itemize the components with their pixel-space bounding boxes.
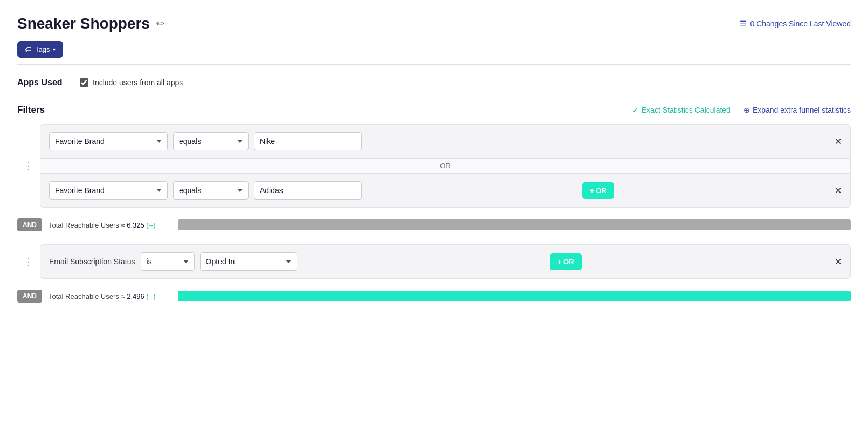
opted-in-select[interactable]: Opted In <box>200 252 297 271</box>
section-divider <box>17 64 851 65</box>
and-connector-1: AND Total Reachable Users ≈ 6,325 (--) <box>17 208 851 242</box>
filters-title: Filters <box>17 105 45 115</box>
expand-funnel-button[interactable]: ⊕ Expand extra funnel statistics <box>743 106 851 114</box>
progress-bar-fill-2 <box>178 291 851 301</box>
filter-group-2-content: ⋮ Email Subscription Status is Opted In … <box>17 244 851 279</box>
field-select-1[interactable]: Favorite Brand <box>49 132 168 150</box>
progress-bar-2 <box>178 291 851 301</box>
exact-stats-indicator: ✓ Exact Statistics Calculated <box>632 106 731 114</box>
exact-stats-label: Exact Statistics Calculated <box>642 106 731 114</box>
filter-row-3: Email Subscription Status is Opted In + … <box>40 245 850 278</box>
filter-group-1: ⋮ Favorite Brand equals ✕ OR <box>17 124 851 242</box>
close-icon-3[interactable]: ✕ <box>835 257 842 267</box>
and-badge-2: AND <box>17 290 42 303</box>
tags-label: Tags <box>35 45 50 53</box>
operator-select-1[interactable]: equals <box>173 132 249 150</box>
changes-text: 0 Changes Since Last Viewed <box>750 19 851 28</box>
value-input-2[interactable] <box>254 181 362 200</box>
filters-actions: ✓ Exact Statistics Calculated ⊕ Expand e… <box>632 106 851 114</box>
reachable-row-1: Total Reachable Users ≈ 6,325 (--) <box>49 212 851 238</box>
apps-used-label: Apps Used <box>17 78 71 87</box>
page-title: Sneaker Shoppers <box>17 15 150 32</box>
operator-select-2[interactable]: equals <box>173 181 249 200</box>
close-icon-2[interactable]: ✕ <box>835 186 842 196</box>
or-button-1[interactable]: + OR <box>582 182 614 199</box>
filter-row-1: Favorite Brand equals ✕ <box>40 125 850 158</box>
close-icon-1[interactable]: ✕ <box>835 136 842 147</box>
progress-bar-fill-1 <box>178 220 851 230</box>
include-all-apps-checkbox[interactable] <box>80 78 88 87</box>
changes-list-icon: ☰ <box>740 19 747 28</box>
filter-group-1-content: ⋮ Favorite Brand equals ✕ OR <box>17 124 851 208</box>
vertical-divider-2 <box>167 291 167 301</box>
changes-link[interactable]: ☰ 0 Changes Since Last Viewed <box>740 19 851 28</box>
or-button-2[interactable]: + OR <box>550 253 582 270</box>
filter-block-1: Favorite Brand equals ✕ OR Favorite Bran… <box>40 124 851 208</box>
include-all-apps-row: Include users from all apps <box>80 78 183 87</box>
tags-button[interactable]: 🏷 Tags ▾ <box>17 41 63 58</box>
drag-handle-1[interactable]: ⋮ <box>17 124 40 208</box>
reachable-text-1: Total Reachable Users ≈ 6,325 (--) <box>49 221 156 229</box>
filter-group-2: ⋮ Email Subscription Status is Opted In … <box>17 244 851 313</box>
include-all-apps-label: Include users from all apps <box>93 78 183 87</box>
and-connector-2: AND Total Reachable Users ≈ 2,496 (--) <box>17 279 851 313</box>
and-badge-1: AND <box>17 218 42 231</box>
subscription-status-label: Email Subscription Status <box>49 257 135 266</box>
field-select-2[interactable]: Favorite Brand <box>49 181 168 200</box>
apps-used-section: Apps Used Include users from all apps <box>17 78 851 87</box>
drag-handle-2[interactable]: ⋮ <box>17 244 40 279</box>
check-icon: ✓ <box>632 106 639 114</box>
edit-icon[interactable]: ✏ <box>156 18 164 30</box>
or-separator-1: OR <box>40 158 850 174</box>
tag-icon: 🏷 <box>25 45 32 53</box>
filter-row-2: Favorite Brand equals + OR ✕ <box>40 174 850 207</box>
chevron-down-icon: ▾ <box>53 46 56 52</box>
value-input-1[interactable] <box>254 132 362 150</box>
progress-bar-1 <box>178 220 851 230</box>
filters-header: Filters ✓ Exact Statistics Calculated ⊕ … <box>17 105 851 115</box>
expand-funnel-label: Expand extra funnel statistics <box>753 106 851 114</box>
filter-block-2: Email Subscription Status is Opted In + … <box>40 244 851 279</box>
reachable-row-2: Total Reachable Users ≈ 2,496 (--) <box>49 283 851 309</box>
reachable-text-2: Total Reachable Users ≈ 2,496 (--) <box>49 292 156 300</box>
vertical-divider-1 <box>167 220 167 230</box>
plus-circle-icon: ⊕ <box>743 106 750 114</box>
is-operator-select[interactable]: is <box>141 252 195 271</box>
